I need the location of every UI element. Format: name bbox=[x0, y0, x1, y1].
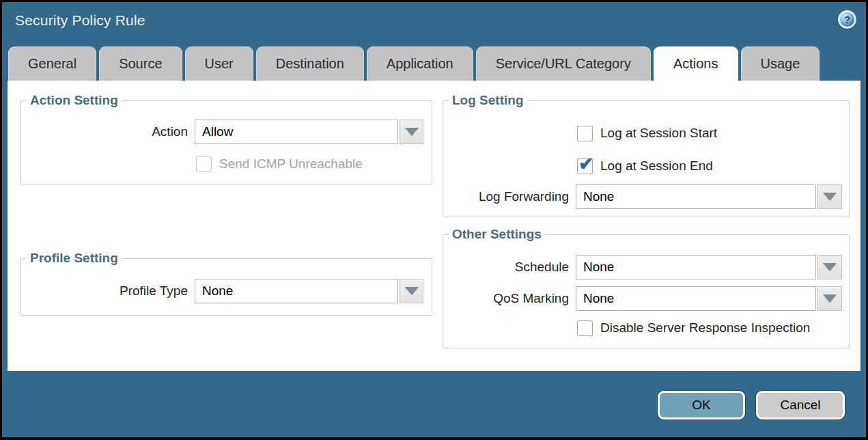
log-forwarding-dropdown[interactable]: None bbox=[576, 184, 816, 209]
chevron-down-icon bbox=[405, 287, 419, 295]
dsri-checkbox[interactable] bbox=[577, 320, 593, 336]
tab-application[interactable]: Application bbox=[367, 46, 473, 81]
log-session-start-row: Log at Session Start bbox=[577, 125, 717, 141]
qos-marking-dropdown[interactable]: None bbox=[576, 286, 816, 311]
chevron-down-icon bbox=[823, 263, 837, 271]
dsri-row: Disable Server Response Inspection bbox=[577, 320, 810, 336]
tab-destination[interactable]: Destination bbox=[256, 46, 364, 81]
log-session-end-label: Log at Session End bbox=[600, 159, 713, 174]
qos-marking-row: QoS Marking None bbox=[431, 286, 842, 311]
tab-general[interactable]: General bbox=[8, 46, 96, 81]
schedule-row: Schedule None bbox=[431, 255, 842, 279]
tab-source[interactable]: Source bbox=[99, 46, 182, 81]
content-panel: Action Setting Action Allow Send ICMP Un… bbox=[8, 81, 860, 371]
security-policy-rule-dialog: Security Policy Rule ? GeneralSourceUser… bbox=[0, 0, 868, 440]
action-label: Action bbox=[48, 124, 188, 139]
log-forwarding-label: Log Forwarding bbox=[431, 189, 569, 204]
tab-service-url-category[interactable]: Service/URL Category bbox=[476, 46, 651, 81]
profile-setting-legend: Profile Setting bbox=[27, 251, 122, 266]
icmp-unreachable-row: Send ICMP Unreachable bbox=[196, 156, 363, 172]
profile-type-dropdown-button[interactable] bbox=[400, 279, 423, 303]
schedule-label: Schedule bbox=[431, 260, 569, 275]
dialog-title: Security Policy Rule bbox=[15, 12, 145, 29]
help-icon[interactable]: ? bbox=[838, 10, 856, 29]
icmp-unreachable-label: Send ICMP Unreachable bbox=[219, 156, 363, 171]
tab-user[interactable]: User bbox=[185, 46, 253, 81]
icmp-unreachable-checkbox bbox=[196, 156, 212, 172]
action-setting-legend: Action Setting bbox=[27, 93, 122, 108]
log-session-end-row: Log at Session End bbox=[577, 158, 713, 174]
log-session-start-checkbox[interactable] bbox=[577, 126, 593, 141]
schedule-dropdown-button[interactable] bbox=[817, 255, 842, 279]
tab-usage[interactable]: Usage bbox=[741, 46, 820, 81]
log-session-end-checkbox[interactable] bbox=[577, 159, 593, 174]
action-dropdown[interactable]: Allow bbox=[195, 120, 398, 144]
qos-marking-label: QoS Marking bbox=[431, 291, 569, 306]
cancel-button[interactable]: Cancel bbox=[756, 391, 845, 420]
log-setting-legend: Log Setting bbox=[449, 93, 527, 108]
log-forwarding-row: Log Forwarding None bbox=[431, 184, 842, 209]
other-settings-legend: Other Settings bbox=[449, 227, 545, 242]
tab-actions[interactable]: Actions bbox=[654, 46, 738, 81]
action-dropdown-button[interactable] bbox=[400, 120, 423, 144]
profile-type-dropdown[interactable]: None bbox=[195, 279, 398, 303]
action-row: Action Allow bbox=[48, 120, 423, 144]
log-forwarding-dropdown-button[interactable] bbox=[817, 184, 842, 209]
profile-type-row: Profile Type None bbox=[48, 279, 423, 303]
profile-type-label: Profile Type bbox=[48, 284, 188, 299]
dsri-label: Disable Server Response Inspection bbox=[600, 320, 810, 335]
schedule-dropdown[interactable]: None bbox=[576, 255, 816, 279]
ok-button[interactable]: OK bbox=[658, 391, 745, 420]
chevron-down-icon bbox=[823, 193, 837, 201]
tab-bar: GeneralSourceUserDestinationApplicationS… bbox=[8, 46, 820, 81]
qos-marking-dropdown-button[interactable] bbox=[817, 286, 842, 311]
chevron-down-icon bbox=[405, 128, 419, 136]
log-session-start-label: Log at Session Start bbox=[600, 126, 717, 141]
chevron-down-icon bbox=[823, 294, 837, 303]
